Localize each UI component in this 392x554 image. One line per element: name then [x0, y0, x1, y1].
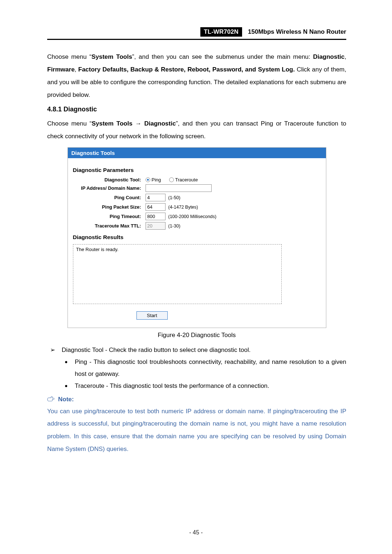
radio-ping[interactable]: Ping	[146, 177, 161, 182]
page-header: TL-WR702N 150Mbps Wireless N Nano Router	[47, 27, 346, 40]
row-packet-size: Ping Packet Size: (4-1472 Bytes)	[73, 203, 321, 211]
ip-input[interactable]	[146, 184, 212, 192]
ping-count-input[interactable]	[146, 194, 166, 201]
diagnostic-screenshot: Diagnostic Tools Diagnostic Parameters D…	[68, 147, 326, 328]
row-ip: IP Address/ Domain Name:	[73, 184, 321, 192]
panel-title: Diagnostic Tools	[68, 148, 326, 158]
radio-dot-icon	[169, 177, 174, 182]
note-body: You can use ping/traceroute to test both…	[47, 405, 346, 456]
figure-caption: Figure 4-20 Diagnostic Tools	[47, 332, 346, 339]
section-heading: 4.8.1 Diagnostic	[47, 106, 346, 113]
row-timeout: Ping Timeout: (100-2000 Milliseconds)	[73, 213, 321, 220]
results-heading: Diagnostic Results	[73, 234, 321, 241]
params-heading: Diagnostic Parameters	[73, 167, 321, 173]
row-diagnostic-tool: Diagnostic Tool: Ping Traceroute	[73, 177, 321, 182]
row-ttl: Traceroute Max TTL: (1-30)	[73, 222, 321, 230]
start-button[interactable]: Start	[136, 311, 168, 320]
intro-paragraph: Choose menu “System Tools”, and then you…	[47, 51, 346, 101]
results-box: The Router is ready.	[73, 244, 282, 304]
hand-point-icon	[47, 396, 54, 403]
list-item: ● Ping - This diagnostic tool troublesho…	[65, 356, 346, 380]
packet-size-input[interactable]	[146, 203, 166, 211]
section-intro: Choose menu “System Tools → Diagnostic”,…	[47, 118, 346, 143]
results-text: The Router is ready.	[76, 247, 119, 252]
radio-traceroute[interactable]: Traceroute	[169, 177, 198, 182]
note-label: Note:	[58, 396, 74, 403]
bullet-icon: ●	[65, 356, 75, 380]
list-item: ➢ Diagnostic Tool - Check the radio butt…	[50, 344, 346, 356]
list-item: ● Traceroute - This diagnostic tool test…	[65, 380, 346, 392]
page-number: - 45 -	[0, 529, 392, 536]
ttl-input	[146, 222, 166, 230]
product-desc: 150Mbps Wireless N Nano Router	[248, 28, 346, 36]
model-label: TL-WR702N	[200, 27, 242, 37]
row-ping-count: Ping Count: (1-50)	[73, 194, 321, 201]
timeout-input[interactable]	[146, 213, 166, 220]
bullet-icon: ●	[65, 380, 75, 392]
radio-dot-icon	[146, 177, 150, 182]
note-header: Note:	[47, 396, 346, 403]
chevron-right-icon: ➢	[50, 344, 62, 356]
